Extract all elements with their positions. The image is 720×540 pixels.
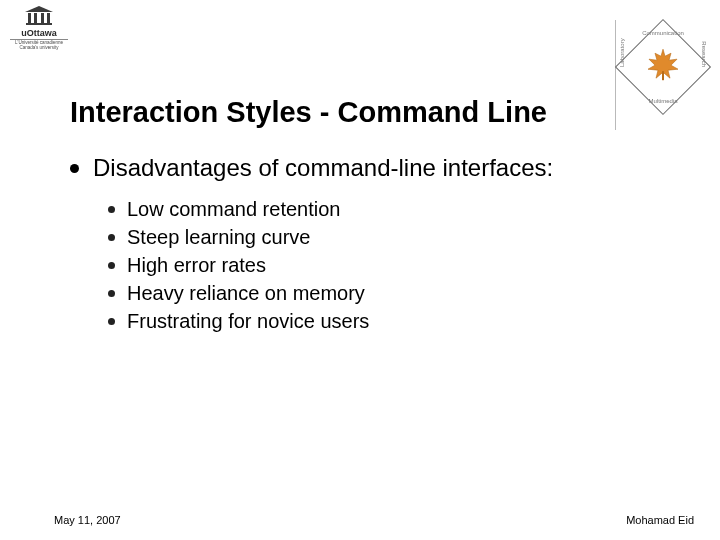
- sub-bullet-text: Low command retention: [127, 198, 340, 221]
- university-logo: uOttawa L'Université canadienne Canada's…: [10, 6, 68, 51]
- bullet-icon: [70, 164, 79, 173]
- lab-label-right: Research: [701, 41, 707, 67]
- maple-leaf-icon: [646, 47, 680, 83]
- list-item: Frustrating for novice users: [108, 310, 670, 333]
- main-bullet: Disadvantages of command-line interfaces…: [70, 154, 670, 182]
- footer-date: May 11, 2007: [54, 514, 121, 526]
- sub-bullet-list: Low command retention Steep learning cur…: [108, 198, 670, 333]
- bullet-icon: [108, 318, 115, 325]
- list-item: Low command retention: [108, 198, 670, 221]
- header-divider: [615, 20, 616, 130]
- lab-label-left: Laboratory: [619, 38, 625, 67]
- main-bullet-text: Disadvantages of command-line interfaces…: [93, 154, 553, 182]
- lab-label-top: Communication: [642, 30, 684, 36]
- building-icon: [25, 6, 53, 26]
- sub-bullet-text: Heavy reliance on memory: [127, 282, 365, 305]
- bullet-icon: [108, 262, 115, 269]
- list-item: Heavy reliance on memory: [108, 282, 670, 305]
- footer-author: Mohamad Eid: [626, 514, 694, 526]
- sub-bullet-text: High error rates: [127, 254, 266, 277]
- university-name: uOttawa: [10, 28, 68, 38]
- university-tagline: L'Université canadienne Canada's univers…: [10, 39, 68, 51]
- list-item: High error rates: [108, 254, 670, 277]
- sub-bullet-text: Frustrating for novice users: [127, 310, 369, 333]
- list-item: Steep learning curve: [108, 226, 670, 249]
- bullet-icon: [108, 290, 115, 297]
- main-content: Disadvantages of command-line interfaces…: [70, 154, 670, 338]
- sub-bullet-text: Steep learning curve: [127, 226, 310, 249]
- bullet-icon: [108, 206, 115, 213]
- bullet-icon: [108, 234, 115, 241]
- svg-rect-0: [662, 71, 664, 80]
- slide-title: Interaction Styles - Command Line: [70, 96, 547, 129]
- lab-label-bottom: Multimedia: [648, 98, 677, 104]
- lab-logo: Communication Research Multimedia Labora…: [624, 28, 702, 106]
